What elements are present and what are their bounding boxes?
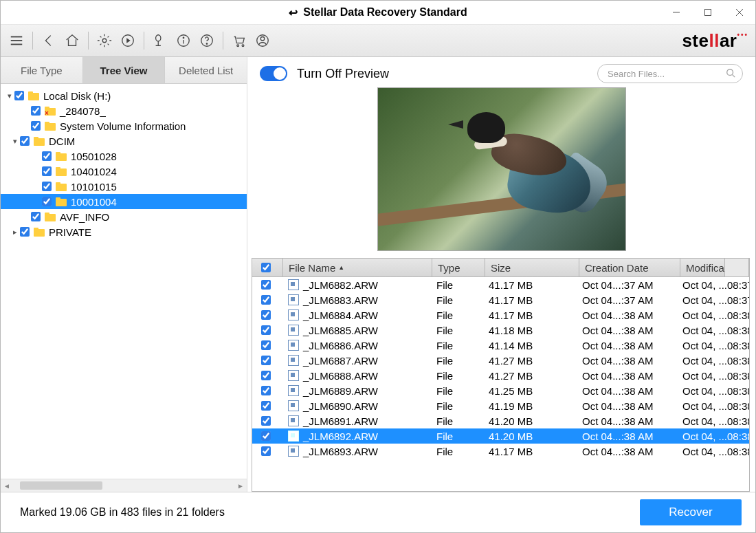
col-file-name[interactable]: File Name▲ — [283, 259, 432, 276]
row-checkbox[interactable] — [261, 386, 271, 395]
file-name: _JLM6891.ARW — [303, 415, 378, 427]
row-checkbox[interactable] — [261, 431, 271, 441]
tree-checkbox[interactable] — [42, 151, 52, 161]
help-button[interactable] — [195, 29, 219, 52]
table-row[interactable]: _JLM6884.ARWFile41.17 MBOct 04...:38 AMO… — [252, 307, 749, 323]
tree-item[interactable]: ▾DCIM — [1, 133, 247, 149]
file-modification-date: Oct 04, ...08:38 AM — [677, 355, 749, 367]
row-checkbox[interactable] — [261, 325, 271, 335]
file-type: File — [431, 400, 483, 412]
tree-checkbox[interactable] — [42, 166, 52, 176]
row-checkbox[interactable] — [261, 416, 271, 426]
recover-button[interactable]: Recover — [640, 499, 742, 525]
title-bar: ↩ Stellar Data Recovery Standard — [1, 1, 755, 25]
info-button[interactable] — [172, 29, 195, 52]
tree-checkbox[interactable] — [31, 212, 41, 221]
separator — [223, 32, 223, 50]
account-button[interactable] — [251, 29, 274, 52]
table-row[interactable]: _JLM6888.ARWFile41.27 MBOct 04...:38 AMO… — [252, 368, 749, 383]
table-row[interactable]: _JLM6893.ARWFile41.17 MBOct 04...:38 AMO… — [252, 444, 749, 459]
preview-toggle[interactable] — [260, 66, 287, 81]
col-size[interactable]: Size — [485, 259, 579, 276]
folder-icon — [56, 197, 67, 206]
tree-checkbox[interactable] — [42, 182, 52, 191]
minimize-button[interactable] — [660, 1, 692, 24]
row-checkbox[interactable] — [261, 310, 271, 320]
settings-button[interactable] — [93, 29, 116, 52]
status-text: Marked 19.06 GB in 483 files in 21 folde… — [20, 506, 225, 519]
table-row[interactable]: _JLM6885.ARWFile41.18 MBOct 04...:38 AMO… — [252, 323, 749, 338]
file-type: File — [431, 340, 483, 351]
tree-item[interactable]: AVF_INFO — [1, 209, 247, 224]
scroll-gutter — [724, 259, 749, 276]
row-checkbox[interactable] — [261, 280, 271, 290]
tree-item[interactable]: System Volume Information — [1, 118, 247, 133]
table-row[interactable]: _JLM6889.ARWFile41.25 MBOct 04...:38 AMO… — [252, 383, 749, 398]
expand-icon[interactable]: ▸ — [10, 228, 20, 237]
file-modification-date: Oct 04, ...08:38 AM — [677, 309, 749, 321]
close-button[interactable] — [724, 1, 755, 24]
table-row[interactable]: _JLM6882.ARWFile41.17 MBOct 04...:37 AMO… — [252, 277, 749, 292]
tree-checkbox[interactable] — [20, 227, 30, 237]
preview-image — [377, 87, 626, 251]
separator — [32, 32, 33, 50]
file-icon — [288, 294, 299, 305]
table-row[interactable]: _JLM6891.ARWFile41.20 MBOct 04...:38 AMO… — [252, 413, 749, 428]
tree-label: 10401024 — [71, 166, 117, 177]
buy-button[interactable] — [227, 29, 251, 52]
expand-icon[interactable]: ▾ — [10, 137, 20, 146]
file-modification-date: Oct 04, ...08:38 AM — [677, 400, 749, 412]
folder-tree[interactable]: ▾Local Disk (H:)×_284078_System Volume I… — [1, 84, 247, 479]
tree-checkbox[interactable] — [42, 197, 52, 206]
resume-button[interactable] — [116, 29, 140, 52]
file-creation-date: Oct 04...:38 AM — [577, 385, 677, 397]
tree-item[interactable]: ▾Local Disk (H:) — [1, 88, 247, 103]
tree-checkbox[interactable] — [31, 106, 41, 116]
tab-file-type[interactable]: File Type — [1, 57, 83, 83]
tab-deleted-list[interactable]: Deleted List — [165, 57, 247, 83]
col-type[interactable]: Type — [432, 259, 485, 276]
table-row[interactable]: _JLM6887.ARWFile41.27 MBOct 04...:38 AMO… — [252, 353, 749, 368]
tree-checkbox[interactable] — [31, 121, 41, 131]
row-checkbox[interactable] — [261, 340, 271, 350]
tree-label: AVF_INFO — [60, 211, 109, 223]
tree-item[interactable]: 10001004 — [1, 194, 247, 209]
tree-item[interactable]: ×_284078_ — [1, 103, 247, 118]
col-creation-date[interactable]: Creation Date — [579, 259, 680, 276]
row-checkbox[interactable] — [261, 446, 271, 456]
tree-item[interactable]: 10501028 — [1, 149, 247, 164]
tab-tree-view[interactable]: Tree View — [83, 57, 166, 83]
row-checkbox[interactable] — [261, 295, 271, 305]
table-row[interactable]: _JLM6883.ARWFile41.17 MBOct 04...:37 AMO… — [252, 292, 749, 307]
home-button[interactable] — [60, 29, 84, 52]
table-row[interactable]: _JLM6890.ARWFile41.19 MBOct 04...:38 AMO… — [252, 398, 749, 413]
tree-item[interactable]: 10101015 — [1, 179, 247, 194]
tree-item[interactable]: 10401024 — [1, 164, 247, 179]
table-body[interactable]: _JLM6882.ARWFile41.17 MBOct 04...:37 AMO… — [252, 277, 749, 491]
table-row[interactable]: _JLM6892.ARWFile41.20 MBOct 04...:38 AMO… — [252, 428, 749, 444]
tree-item[interactable]: ▸PRIVATE — [1, 224, 247, 239]
select-all-checkbox[interactable] — [261, 263, 271, 272]
row-checkbox[interactable] — [261, 401, 271, 411]
back-button[interactable] — [37, 29, 60, 52]
horizontal-scrollbar[interactable]: ◄ ► — [1, 479, 247, 492]
row-checkbox[interactable] — [261, 371, 271, 380]
expand-icon[interactable]: ▾ — [5, 91, 14, 100]
deep-scan-button[interactable] — [148, 29, 172, 52]
menu-button[interactable] — [5, 29, 28, 52]
table-row[interactable]: _JLM6886.ARWFile41.14 MBOct 04...:38 AMO… — [252, 338, 749, 353]
tree-label: System Volume Information — [60, 120, 186, 132]
row-checkbox[interactable] — [261, 356, 271, 365]
search-input[interactable] — [606, 68, 726, 80]
file-type: File — [431, 431, 483, 442]
file-size: 41.14 MB — [483, 340, 577, 351]
tree-checkbox[interactable] — [20, 136, 30, 146]
svg-point-13 — [183, 37, 184, 38]
file-name: _JLM6886.ARW — [303, 340, 378, 351]
maximize-button[interactable] — [692, 1, 724, 24]
file-name: _JLM6882.ARW — [303, 279, 378, 291]
folder-icon — [28, 91, 39, 100]
tree-checkbox[interactable] — [14, 91, 24, 100]
search-box[interactable] — [597, 64, 743, 83]
col-modification-date[interactable]: Modification Date — [680, 259, 724, 276]
